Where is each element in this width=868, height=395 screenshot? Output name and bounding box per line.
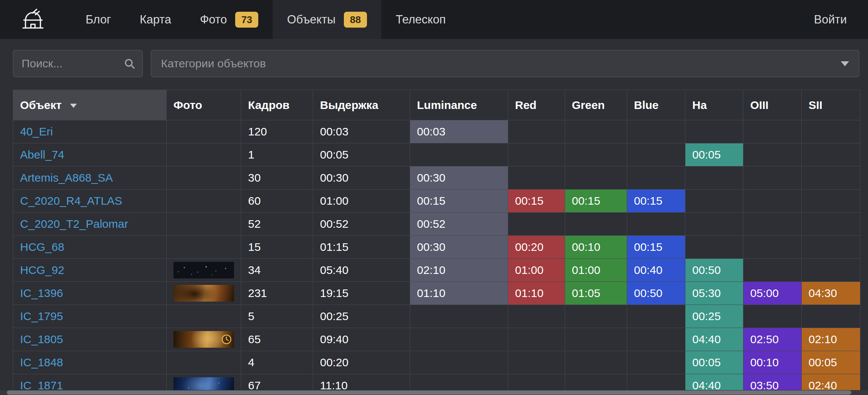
column-header-green[interactable]: Green: [565, 90, 627, 120]
nav-item-label: Объекты: [287, 13, 336, 26]
object-link[interactable]: IC_1396: [20, 287, 63, 299]
cell-red: 01:10: [508, 282, 565, 305]
observatory-logo[interactable]: [20, 0, 46, 39]
objects-table: Объект Фото Кадров Выдержка Luminance Re…: [13, 90, 860, 395]
object-link[interactable]: Artemis_A868_SA: [20, 171, 113, 184]
cell-green: 01:00: [565, 259, 627, 282]
cell-exposure: 19:15: [313, 282, 410, 305]
column-header-exposure[interactable]: Выдержка: [313, 90, 410, 120]
cell-frames: 60: [241, 190, 313, 213]
cell-photo: [167, 213, 241, 236]
cell-sii: [802, 120, 860, 143]
object-link[interactable]: IC_1805: [20, 333, 63, 345]
cell-red: [508, 328, 565, 351]
cell-frames: 5: [241, 305, 313, 328]
column-header-blue[interactable]: Blue: [627, 90, 685, 120]
nav-item-objects[interactable]: Объекты 88: [273, 0, 381, 39]
cell-red: [508, 143, 565, 166]
cell-oiii: [743, 259, 802, 282]
cell-ha: 00:50: [685, 259, 743, 282]
cell-oiii: [743, 305, 802, 328]
table-row: C_2020_T2_Palomar 52 00:52 00:52: [13, 213, 860, 236]
nav-item-photo[interactable]: Фото 73: [186, 0, 273, 39]
column-header-red[interactable]: Red: [508, 90, 565, 120]
cell-green: [565, 120, 627, 143]
column-header-oiii[interactable]: OIII: [743, 90, 802, 120]
object-link[interactable]: HCG_68: [20, 241, 64, 253]
cell-exposure: 05:40: [313, 259, 410, 282]
column-header-label: Фото: [173, 99, 202, 111]
cell-photo: [167, 166, 241, 190]
column-header-label: SII: [809, 99, 823, 111]
cell-ha: 04:40: [685, 328, 743, 351]
column-header-photo[interactable]: Фото: [167, 90, 241, 120]
column-header-object[interactable]: Объект: [13, 90, 167, 120]
column-header-label: Кадров: [248, 99, 290, 111]
object-thumbnail[interactable]: [173, 262, 234, 278]
column-header-ha[interactable]: Ha: [685, 90, 743, 120]
table-header-row: Объект Фото Кадров Выдержка Luminance Re…: [13, 90, 860, 120]
cell-luminance: 00:30: [410, 166, 508, 190]
column-header-label: Red: [515, 99, 537, 111]
cell-sii: [802, 190, 860, 213]
login-button[interactable]: Войти: [814, 0, 847, 39]
column-header-sii[interactable]: SII: [802, 90, 860, 120]
cell-ha: [685, 166, 743, 190]
cell-object: IC_1805: [13, 328, 167, 351]
cell-ha: 00:25: [685, 305, 743, 328]
cell-object: 40_Eri: [13, 120, 167, 143]
cell-sii: 00:05: [802, 351, 860, 374]
cell-blue: [627, 143, 685, 166]
cell-photo: [167, 351, 241, 374]
cell-photo: [167, 282, 241, 305]
column-header-label: Выдержка: [320, 99, 378, 111]
search-icon[interactable]: [123, 58, 136, 70]
cell-luminance: 01:10: [410, 282, 508, 305]
object-thumbnail[interactable]: [173, 285, 234, 302]
object-link[interactable]: C_2020_T2_Palomar: [20, 218, 128, 230]
horizontal-scrollbar[interactable]: [0, 390, 868, 395]
cell-sii: [802, 213, 860, 236]
cell-luminance: 00:30: [410, 236, 508, 259]
nav-item-label: Карта: [140, 13, 171, 26]
cell-exposure: 01:15: [313, 236, 410, 259]
cell-blue: [627, 166, 685, 190]
cell-green: 01:05: [565, 282, 627, 305]
filter-bar: Категории объектов: [0, 39, 868, 77]
cell-object: HCG_92: [13, 259, 167, 282]
cell-photo: [167, 120, 241, 143]
object-link[interactable]: HCG_92: [20, 264, 64, 276]
object-link[interactable]: C_2020_R4_ATLAS: [20, 194, 122, 207]
column-header-frames[interactable]: Кадров: [241, 90, 313, 120]
nav-item-map[interactable]: Карта: [125, 0, 186, 39]
horizontal-scrollbar-thumb[interactable]: [7, 390, 851, 395]
cell-object: Abell_74: [13, 143, 167, 166]
object-link[interactable]: 40_Eri: [20, 125, 53, 138]
cell-green: [565, 143, 627, 166]
table-row: HCG_68 15 01:15 00:30 00:20 00:10 00:15: [13, 236, 860, 259]
cell-red: [508, 120, 565, 143]
nav-item-label: Блог: [86, 13, 111, 26]
column-header-label: Объект: [20, 99, 62, 111]
category-select[interactable]: Категории объектов: [151, 50, 859, 77]
cell-luminance: [410, 328, 508, 351]
cell-oiii: [743, 213, 802, 236]
nav-item-blog[interactable]: Блог: [71, 0, 125, 39]
nav-item-label: Телескоп: [396, 13, 446, 26]
object-link[interactable]: Abell_74: [20, 148, 64, 161]
table-row: IC_1805 65 09:40 04:40 02:50 02:10: [13, 328, 860, 351]
cell-frames: 120: [241, 120, 313, 143]
cell-oiii: [743, 190, 802, 213]
cell-luminance: 00:52: [410, 213, 508, 236]
cell-photo: [167, 305, 241, 328]
nav-item-telescope[interactable]: Телескоп: [381, 0, 460, 39]
cell-oiii: [743, 236, 802, 259]
object-link[interactable]: IC_1795: [20, 310, 63, 322]
column-header-label: Luminance: [417, 99, 477, 111]
table-row: IC_1795 5 00:25 00:25: [13, 305, 860, 328]
search-input[interactable]: [22, 57, 120, 70]
cell-sii: 02:10: [802, 328, 860, 351]
column-header-luminance[interactable]: Luminance: [410, 90, 508, 120]
object-link[interactable]: IC_1848: [20, 356, 63, 369]
object-thumbnail[interactable]: [173, 331, 234, 348]
